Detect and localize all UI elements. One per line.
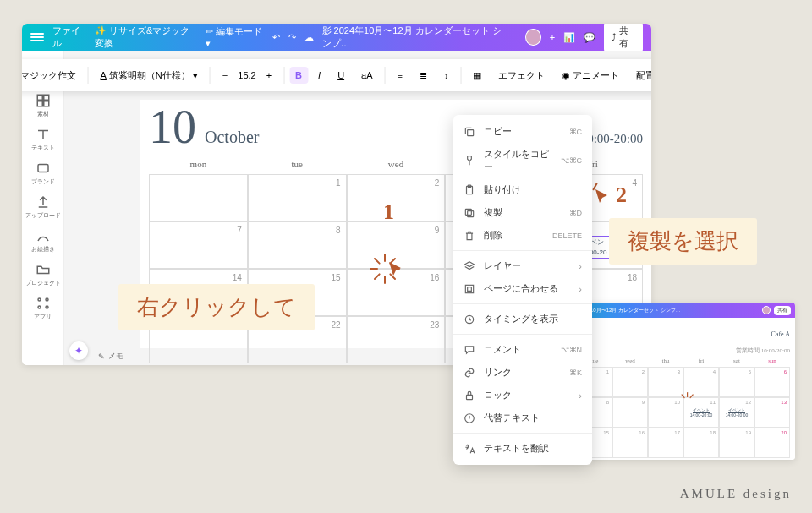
svg-rect-5: [38, 165, 48, 172]
undo-icon[interactable]: ↶: [272, 32, 280, 43]
svg-rect-4: [43, 101, 48, 106]
animate-button[interactable]: ◉ アニメート: [555, 66, 626, 85]
share-button-sm[interactable]: 共有: [774, 306, 791, 315]
ctx-comment[interactable]: コメント⌥⌘N: [453, 338, 592, 361]
annotation-label-1: 右クリックして: [118, 284, 315, 330]
spacing-button[interactable]: ↕: [437, 67, 456, 84]
svg-rect-14: [465, 209, 471, 215]
ctx-lock[interactable]: ロック›: [453, 384, 592, 407]
hamburger-menu-icon[interactable]: [30, 33, 44, 41]
ctx-delete[interactable]: 削除DELETE: [453, 224, 592, 247]
event-cell-11: 11 イベント14:00-20:00: [683, 397, 719, 428]
user-avatar[interactable]: [525, 29, 540, 46]
month-name: October: [205, 128, 259, 147]
redo-icon[interactable]: ↷: [288, 32, 296, 43]
bold-button[interactable]: B: [289, 67, 308, 84]
share-button[interactable]: ⤴ 共有: [604, 24, 643, 52]
avatar-sm[interactable]: [762, 306, 771, 314]
ctx-layer[interactable]: レイヤー›: [453, 254, 592, 277]
align-button[interactable]: ≡: [391, 67, 409, 84]
sidebar-project[interactable]: プロジェクト: [22, 259, 63, 291]
svg-rect-3: [37, 101, 42, 106]
ctx-copy-style[interactable]: スタイルをコピー⌥⌘C: [453, 143, 592, 178]
svg-rect-15: [465, 285, 473, 292]
comment-icon[interactable]: 💬: [584, 32, 595, 43]
position-button[interactable]: 配置: [629, 66, 651, 85]
main-topbar: ファイル ✨ リサイズ&マジック変換 ✏ 編集モード ▾ ↶ ↷ ☁ 影 202…: [22, 24, 651, 51]
sidebar-apps[interactable]: アプリ: [22, 292, 63, 325]
ctx-alt-text[interactable]: 代替テキスト: [453, 407, 592, 429]
event-cell-12-duplicated: 12 イベント14:00-20:00: [719, 397, 754, 428]
annotation-number-2: 2: [616, 183, 627, 208]
sidebar-upload[interactable]: アップロード: [22, 191, 63, 223]
brand-watermark: AMULE design: [680, 487, 792, 501]
ctx-link[interactable]: リンク⌘K: [453, 361, 592, 384]
format-toolbar: ✨ マジック作文 A 筑紫明朝（N仕様） ▾ − 15.2 + B I U aA…: [22, 59, 651, 91]
menu-file[interactable]: ファイル: [52, 25, 86, 50]
ctx-fit-page[interactable]: ページに合わせる›: [453, 277, 592, 300]
svg-rect-1: [37, 95, 42, 100]
sidebar-text[interactable]: テキスト: [22, 123, 63, 156]
svg-point-6: [38, 298, 41, 301]
ctx-timing[interactable]: タイミングを表示: [453, 308, 592, 330]
ctx-copy[interactable]: コピー⌘C: [453, 120, 592, 143]
svg-rect-17: [467, 395, 473, 399]
left-sidebar: デザイン 素材 テキスト ブランド アップロード お絵描き プロジェクト アプリ: [22, 51, 64, 365]
sidebar-draw[interactable]: お絵描き: [22, 225, 63, 257]
memo-button[interactable]: ✎ メモ: [98, 351, 123, 362]
font-size-value[interactable]: 15.2: [238, 70, 255, 80]
sidebar-elements[interactable]: 素材: [22, 90, 63, 122]
effects-button[interactable]: エフェクト: [491, 66, 551, 85]
transparency-icon[interactable]: ▦: [466, 67, 488, 85]
svg-point-7: [46, 298, 48, 301]
context-menu: コピー⌘C スタイルをコピー⌥⌘C 貼り付け 複製⌘D 削除DELETE レイヤ…: [453, 115, 592, 465]
menu-editmode[interactable]: ✏ 編集モード ▾: [206, 25, 264, 49]
svg-point-8: [38, 306, 41, 308]
cursor-arrow-icon-2: [592, 188, 612, 208]
month-number: 10: [149, 100, 196, 154]
document-title[interactable]: 影 2024年10月〜12月 カレンダーセット シンプ…: [322, 25, 509, 50]
font-size-minus[interactable]: −: [216, 67, 234, 84]
svg-rect-13: [468, 210, 474, 216]
sparkle-button[interactable]: ✦: [69, 341, 88, 360]
cursor-arrow-icon-1: [386, 260, 406, 281]
annotation-number-1: 1: [383, 199, 394, 225]
ctx-duplicate[interactable]: 複製⌘D: [453, 201, 592, 224]
sidebar-brand[interactable]: ブランド: [22, 157, 63, 189]
svg-rect-2: [43, 95, 48, 100]
italic-button[interactable]: I: [311, 67, 327, 84]
menu-resize[interactable]: ✨ リサイズ&マジック変換: [95, 25, 197, 50]
ctx-paste[interactable]: 貼り付け: [453, 178, 592, 201]
magic-write-button[interactable]: ✨ マジック作文: [22, 66, 83, 85]
case-button[interactable]: aA: [354, 67, 379, 84]
svg-point-9: [46, 306, 48, 308]
add-icon[interactable]: +: [550, 32, 555, 42]
cloud-sync-icon[interactable]: ☁: [304, 32, 314, 43]
font-size-plus[interactable]: +: [260, 67, 278, 84]
font-selector[interactable]: A 筑紫明朝（N仕様） ▾: [94, 66, 205, 85]
list-button[interactable]: ≣: [413, 67, 434, 85]
ctx-translate[interactable]: テキストを翻訳: [453, 437, 592, 460]
chart-icon[interactable]: 📊: [563, 32, 575, 43]
underline-button[interactable]: U: [331, 67, 351, 84]
svg-rect-10: [468, 129, 474, 135]
annotation-label-2: 複製を選択: [609, 218, 757, 265]
